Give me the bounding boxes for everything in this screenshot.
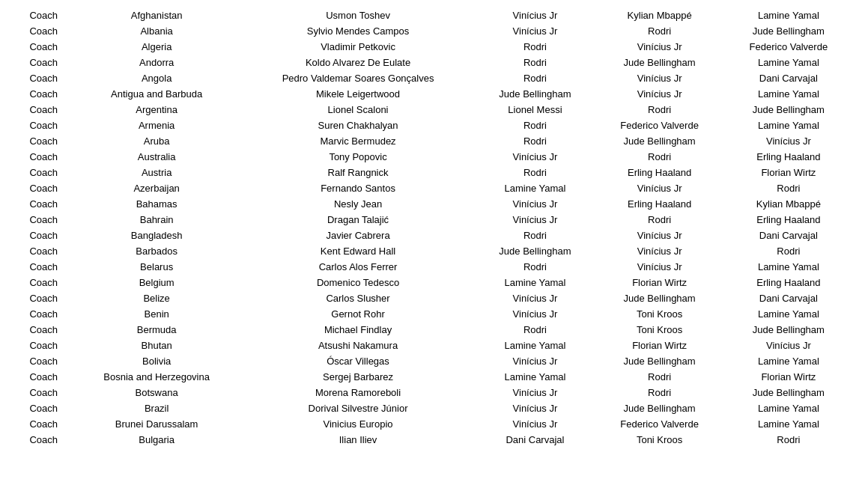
country-cell: Bosnia and Herzegovina bbox=[73, 369, 241, 385]
col5-cell: Erling Haaland bbox=[595, 196, 724, 212]
country-cell: Bermuda bbox=[73, 322, 241, 338]
country-cell: Armenia bbox=[73, 118, 241, 133]
table-row: CoachAndorraKoldo Alvarez De EulateRodri… bbox=[15, 55, 853, 70]
role-cell: Coach bbox=[15, 165, 73, 180]
col5-cell: Toni Kroos bbox=[595, 322, 724, 338]
col5-cell: Rodri bbox=[595, 23, 724, 39]
table-row: CoachBeninGernot RohrVinícius JrToni Kro… bbox=[15, 306, 853, 322]
coach-name-cell: Gernot Rohr bbox=[241, 306, 476, 322]
table-row: CoachBelizeCarlos SlusherVinícius JrJude… bbox=[15, 290, 853, 306]
coach-name-cell: Mikele Leigertwood bbox=[241, 86, 476, 102]
col6-cell: Lamine Yamal bbox=[724, 306, 853, 322]
country-cell: Belize bbox=[73, 290, 241, 306]
col6-cell: Jude Bellingham bbox=[724, 385, 853, 400]
col4-cell: Rodri bbox=[475, 133, 595, 149]
table-row: CoachAustriaRalf RangnickRodriErling Haa… bbox=[15, 165, 853, 180]
col4-cell: Vinícius Jr bbox=[475, 416, 595, 432]
coach-name-cell: Óscar Villegas bbox=[241, 353, 476, 369]
col4-cell: Lamine Yamal bbox=[475, 275, 595, 290]
role-cell: Coach bbox=[15, 212, 73, 228]
country-cell: Belarus bbox=[73, 259, 241, 275]
table-row: CoachBrunei DarussalamVinicius EuropioVi… bbox=[15, 416, 853, 432]
table-row: CoachArgentinaLionel ScaloniLionel Messi… bbox=[15, 102, 853, 118]
table-row: CoachBahrainDragan TalajićVinícius JrRod… bbox=[15, 212, 853, 228]
country-cell: Aruba bbox=[73, 133, 241, 149]
col5-cell: Jude Bellingham bbox=[595, 290, 724, 306]
col4-cell: Vinícius Jr bbox=[475, 306, 595, 322]
coach-name-cell: Vladimir Petkovic bbox=[241, 39, 476, 55]
coach-name-cell: Vinicius Europio bbox=[241, 416, 476, 432]
role-cell: Coach bbox=[15, 369, 73, 385]
col5-cell: Kylian Mbappé bbox=[595, 7, 724, 23]
coach-name-cell: Sergej Barbarez bbox=[241, 369, 476, 385]
col5-cell: Erling Haaland bbox=[595, 165, 724, 180]
col5-cell: Vinícius Jr bbox=[595, 259, 724, 275]
coach-name-cell: Fernando Santos bbox=[241, 180, 476, 196]
col4-cell: Rodri bbox=[475, 118, 595, 133]
role-cell: Coach bbox=[15, 102, 73, 118]
country-cell: Bahrain bbox=[73, 212, 241, 228]
col4-cell: Vinícius Jr bbox=[475, 385, 595, 400]
col5-cell: Rodri bbox=[595, 102, 724, 118]
coach-name-cell: Kent Edward Hall bbox=[241, 243, 476, 259]
col4-cell: Vinícius Jr bbox=[475, 23, 595, 39]
role-cell: Coach bbox=[15, 118, 73, 133]
col4-cell: Vinícius Jr bbox=[475, 353, 595, 369]
country-cell: Algeria bbox=[73, 39, 241, 55]
country-cell: Brunei Darussalam bbox=[73, 416, 241, 432]
country-cell: Afghanistan bbox=[73, 7, 241, 23]
coach-name-cell: Koldo Alvarez De Eulate bbox=[241, 55, 476, 70]
col6-cell: Lamine Yamal bbox=[724, 55, 853, 70]
col5-cell: Jude Bellingham bbox=[595, 400, 724, 416]
col5-cell: Jude Bellingham bbox=[595, 133, 724, 149]
table-row: CoachBangladeshJavier CabreraRodriViníci… bbox=[15, 228, 853, 243]
col5-cell: Vinícius Jr bbox=[595, 243, 724, 259]
role-cell: Coach bbox=[15, 86, 73, 102]
coach-name-cell: Carlos Alos Ferrer bbox=[241, 259, 476, 275]
table-row: CoachAlgeriaVladimir PetkovicRodriViníci… bbox=[15, 39, 853, 55]
country-cell: Andorra bbox=[73, 55, 241, 70]
col4-cell: Rodri bbox=[475, 259, 595, 275]
coach-name-cell: Pedro Valdemar Soares Gonçalves bbox=[241, 70, 476, 86]
col6-cell: Vinícius Jr bbox=[724, 133, 853, 149]
role-cell: Coach bbox=[15, 353, 73, 369]
role-cell: Coach bbox=[15, 416, 73, 432]
coach-name-cell: Nesly Jean bbox=[241, 196, 476, 212]
role-cell: Coach bbox=[15, 70, 73, 86]
coach-name-cell: Dragan Talajić bbox=[241, 212, 476, 228]
country-cell: Bulgaria bbox=[73, 432, 241, 448]
role-cell: Coach bbox=[15, 180, 73, 196]
country-cell: Bangladesh bbox=[73, 228, 241, 243]
country-cell: Benin bbox=[73, 306, 241, 322]
col6-cell: Erling Haaland bbox=[724, 149, 853, 165]
col4-cell: Rodri bbox=[475, 70, 595, 86]
role-cell: Coach bbox=[15, 290, 73, 306]
col6-cell: Kylian Mbappé bbox=[724, 196, 853, 212]
coach-name-cell: Marvic Bermudez bbox=[241, 133, 476, 149]
col4-cell: Dani Carvajal bbox=[475, 432, 595, 448]
country-cell: Botswana bbox=[73, 385, 241, 400]
col6-cell: Dani Carvajal bbox=[724, 70, 853, 86]
col5-cell: Vinícius Jr bbox=[595, 180, 724, 196]
role-cell: Coach bbox=[15, 55, 73, 70]
role-cell: Coach bbox=[15, 243, 73, 259]
col5-cell: Florian Wirtz bbox=[595, 275, 724, 290]
table-row: CoachAfghanistanUsmon ToshevVinícius JrK… bbox=[15, 7, 853, 23]
table-row: CoachBoliviaÓscar VillegasVinícius JrJud… bbox=[15, 353, 853, 369]
col4-cell: Vinícius Jr bbox=[475, 400, 595, 416]
role-cell: Coach bbox=[15, 275, 73, 290]
col5-cell: Rodri bbox=[595, 149, 724, 165]
table-row: CoachBosnia and HerzegovinaSergej Barbar… bbox=[15, 369, 853, 385]
coach-name-cell: Lionel Scaloni bbox=[241, 102, 476, 118]
col6-cell: Dani Carvajal bbox=[724, 290, 853, 306]
col4-cell: Rodri bbox=[475, 55, 595, 70]
col5-cell: Toni Kroos bbox=[595, 432, 724, 448]
col5-cell: Federico Valverde bbox=[595, 416, 724, 432]
col6-cell: Florian Wirtz bbox=[724, 165, 853, 180]
col4-cell: Rodri bbox=[475, 322, 595, 338]
table-row: CoachBermudaMichael FindlayRodriToni Kro… bbox=[15, 322, 853, 338]
col5-cell: Jude Bellingham bbox=[595, 55, 724, 70]
coach-name-cell: Michael Findlay bbox=[241, 322, 476, 338]
role-cell: Coach bbox=[15, 432, 73, 448]
role-cell: Coach bbox=[15, 7, 73, 23]
